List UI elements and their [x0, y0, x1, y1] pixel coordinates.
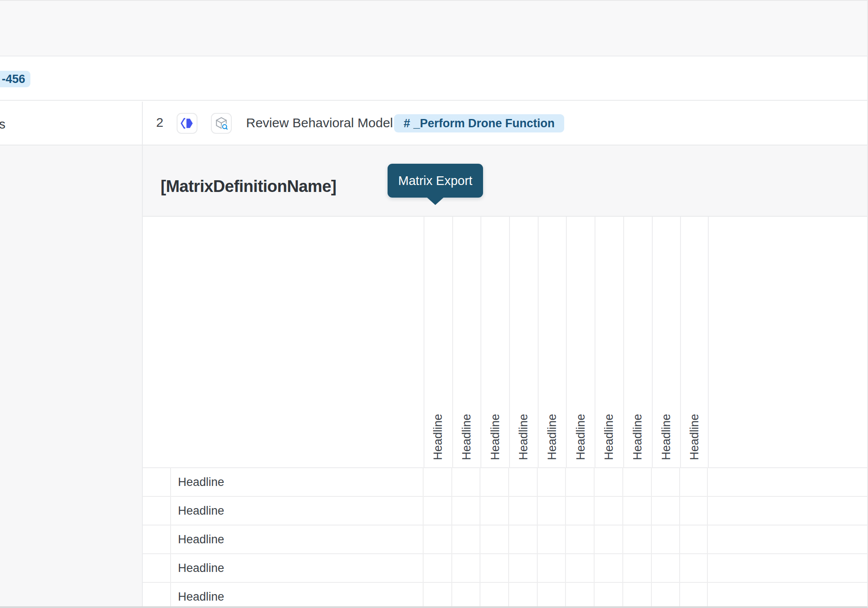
matrix-cell[interactable] [508, 583, 537, 608]
matrix-column-header[interactable]: Headline [652, 217, 681, 467]
matrix-cell[interactable] [622, 583, 651, 608]
matrix-cell[interactable] [537, 468, 566, 496]
row-filler [708, 525, 867, 553]
matrix-cell[interactable] [423, 554, 451, 582]
column-header-label: Headline [631, 414, 644, 460]
matrix-column-headers: Headline Headline Headline Headline Head… [424, 217, 709, 467]
matrix-cell[interactable] [594, 468, 622, 496]
matrix-cell[interactable] [594, 554, 622, 582]
matrix-cell[interactable] [679, 525, 708, 553]
matrix-column-header[interactable]: Headline [680, 217, 709, 467]
matrix-header-row: Headline Headline Headline Headline Head… [143, 217, 867, 468]
matrix-cell[interactable] [508, 554, 537, 582]
item-type-button[interactable] [177, 113, 197, 134]
matrix-column-header[interactable]: Headline [566, 217, 595, 467]
tooltip-text: Matrix Export [398, 174, 473, 188]
row-filler [708, 583, 867, 608]
matrix-cell[interactable] [622, 497, 651, 525]
matrix-cell[interactable] [594, 497, 622, 525]
row-filler [708, 497, 867, 525]
matrix-cell[interactable] [537, 525, 566, 553]
matrix-row-header[interactable]: Headline [171, 497, 423, 525]
matrix-header-band: [MatrixDefinitionName] Matrix Export [143, 145, 867, 217]
column-header-label: Headline [660, 414, 673, 460]
matrix-column-header[interactable]: Headline [538, 217, 566, 467]
matrix-column-header[interactable]: Headline [480, 217, 509, 467]
matrix-column-header[interactable]: Headline [452, 217, 481, 467]
requirement-id-badge[interactable]: -456 [0, 71, 30, 87]
row-filler [708, 554, 867, 582]
matrix-cell[interactable] [622, 468, 651, 496]
matrix-cell[interactable] [594, 583, 622, 608]
matrix-row[interactable]: Headline [143, 468, 867, 497]
matrix-cell[interactable] [679, 583, 708, 608]
matrix-cell[interactable] [651, 525, 680, 553]
matrix-cell[interactable] [451, 583, 480, 608]
matrix-cell[interactable] [451, 554, 480, 582]
matrix-cell[interactable] [565, 554, 594, 582]
column-header-label: Headline [517, 414, 530, 460]
matrix-cell[interactable] [423, 497, 451, 525]
row-index-cell [143, 525, 171, 553]
matrix-cell[interactable] [679, 554, 708, 582]
matrix-row[interactable]: Headline [143, 583, 867, 608]
matrix-cell[interactable] [480, 497, 508, 525]
matrix-column-header[interactable]: Headline [623, 217, 652, 467]
matrix-row[interactable]: Headline [143, 554, 867, 583]
matrix-cell[interactable] [480, 468, 508, 496]
top-bar [0, 1, 867, 56]
half-hexagon-icon [181, 118, 194, 129]
matrix-cell[interactable] [423, 583, 451, 608]
matrix-cell[interactable] [451, 497, 480, 525]
matrix-cell[interactable] [594, 525, 622, 553]
matrix-cell[interactable] [537, 583, 566, 608]
matrix-cell[interactable] [480, 554, 508, 582]
matrix-cell[interactable] [508, 525, 537, 553]
matrix-cell[interactable] [679, 497, 708, 525]
item-index: 2 [153, 115, 167, 130]
column-header-label: Headline [460, 414, 473, 460]
function-tag-badge[interactable]: # _Perform Drone Function [394, 114, 564, 132]
matrix-row[interactable]: Headline [143, 497, 867, 525]
matrix-cell[interactable] [565, 525, 594, 553]
matrix-cell[interactable] [651, 583, 680, 608]
matrix-cell[interactable] [565, 583, 594, 608]
matrix-cell[interactable] [508, 497, 537, 525]
matrix-table: Headline Headline Headline Headline Head… [143, 217, 867, 606]
model-search-button[interactable] [211, 113, 232, 134]
panel-divider [142, 102, 143, 145]
matrix-row-header[interactable]: Headline [171, 554, 423, 582]
column-header-label: Headline [574, 414, 588, 460]
row-index-cell [143, 468, 171, 496]
matrix-cell[interactable] [480, 525, 508, 553]
model-item-row[interactable]: s 2 [0, 102, 867, 145]
matrix-column-header[interactable]: Headline [595, 217, 623, 467]
matrix-export-view: -456 s 2 [0, 0, 868, 608]
item-title: Review Behavioral Model [246, 116, 393, 130]
matrix-cell[interactable] [651, 497, 680, 525]
column-header-label: Headline [688, 414, 701, 460]
matrix-cell[interactable] [480, 583, 508, 608]
matrix-column-header[interactable]: Headline [424, 217, 452, 467]
matrix-cell[interactable] [565, 468, 594, 496]
matrix-row-header[interactable]: Headline [171, 583, 423, 608]
matrix-row[interactable]: Headline [143, 525, 867, 554]
matrix-cell[interactable] [423, 468, 451, 496]
matrix-column-header[interactable]: Headline [509, 217, 538, 467]
matrix-cell[interactable] [451, 525, 480, 553]
matrix-cell[interactable] [651, 468, 680, 496]
matrix-cell[interactable] [508, 468, 537, 496]
column-header-label: Headline [602, 414, 616, 460]
matrix-cell[interactable] [679, 468, 708, 496]
matrix-cell[interactable] [537, 497, 566, 525]
matrix-row-header[interactable]: Headline [171, 525, 423, 553]
matrix-cell[interactable] [423, 525, 451, 553]
column-header-label: Headline [546, 414, 559, 460]
matrix-cell[interactable] [565, 497, 594, 525]
matrix-cell[interactable] [651, 554, 680, 582]
matrix-cell[interactable] [622, 525, 651, 553]
matrix-row-header[interactable]: Headline [171, 468, 423, 496]
matrix-cell[interactable] [622, 554, 651, 582]
matrix-cell[interactable] [451, 468, 480, 496]
matrix-cell[interactable] [537, 554, 566, 582]
